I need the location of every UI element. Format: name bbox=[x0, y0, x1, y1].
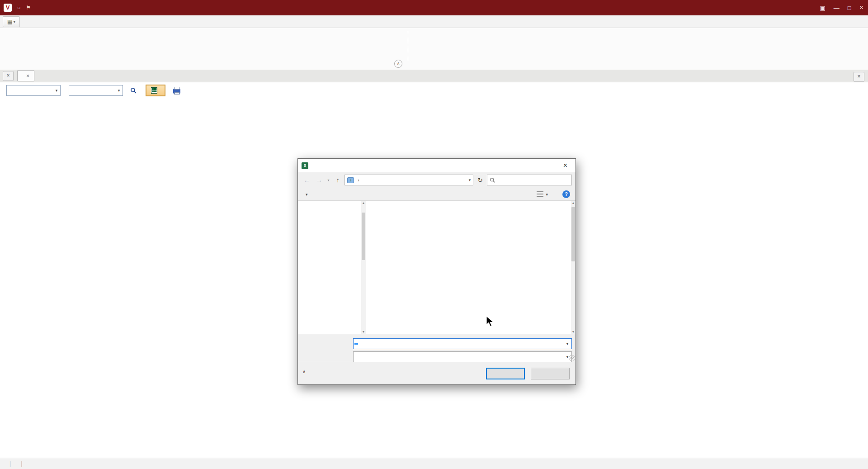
chevron-down-icon[interactable] bbox=[469, 178, 471, 182]
document-tab-active[interactable] bbox=[17, 70, 34, 81]
close-tab-icon[interactable] bbox=[26, 73, 29, 79]
ribbon-separator bbox=[408, 31, 408, 61]
to-date-input[interactable] bbox=[69, 87, 114, 94]
forward-icon[interactable] bbox=[314, 176, 325, 184]
from-date-input[interactable] bbox=[7, 87, 52, 94]
save-button[interactable] bbox=[486, 368, 525, 379]
chevron-down-icon bbox=[546, 191, 548, 197]
export-excel-dialog: ▲ ▼ ▲ ▼ bbox=[297, 158, 576, 385]
titlebar: V ○ ⚑ bbox=[0, 0, 868, 15]
resize-grip[interactable] bbox=[569, 355, 575, 361]
excel-icon bbox=[302, 162, 308, 169]
save-type-row bbox=[298, 351, 576, 362]
app-logo-icon: V bbox=[4, 4, 12, 12]
filter-toolbar bbox=[0, 82, 868, 99]
tree-pane: ▲ ▼ bbox=[298, 201, 366, 334]
fit-screen-button[interactable] bbox=[820, 5, 826, 11]
dialog-footer bbox=[298, 362, 576, 384]
printer-icon bbox=[173, 89, 180, 94]
chevron-down-icon[interactable] bbox=[563, 339, 571, 349]
chevron-down-icon[interactable] bbox=[53, 88, 60, 93]
application-window: V ○ ⚑ bbox=[0, 0, 868, 469]
statusbar-version bbox=[5, 460, 16, 467]
view-mode-button[interactable] bbox=[537, 191, 548, 197]
view-button[interactable] bbox=[130, 87, 139, 94]
window-title bbox=[0, 0, 868, 15]
tree-scrollbar[interactable]: ▲ ▼ bbox=[361, 201, 366, 334]
chevron-icon bbox=[358, 178, 359, 183]
close-button[interactable] bbox=[859, 4, 863, 12]
dialog-body: ▲ ▼ ▲ ▼ bbox=[298, 200, 576, 334]
search-icon bbox=[130, 87, 137, 94]
dialog-close-icon[interactable] bbox=[555, 159, 576, 172]
dialog-navbar bbox=[298, 172, 576, 188]
print-list-button[interactable] bbox=[173, 87, 184, 94]
list-scrollbar[interactable]: ▲ ▼ bbox=[571, 201, 576, 334]
from-date-combo[interactable] bbox=[6, 85, 61, 96]
to-date-combo[interactable] bbox=[69, 85, 123, 96]
export-excel-button[interactable] bbox=[146, 85, 165, 96]
report-title bbox=[0, 99, 5, 110]
chevron-down-icon[interactable] bbox=[115, 88, 123, 93]
pin-icon[interactable]: ⚑ bbox=[26, 5, 31, 11]
search-box[interactable] bbox=[487, 175, 572, 185]
chevron-down-icon bbox=[306, 191, 308, 197]
close-tabstrip-button[interactable] bbox=[854, 72, 864, 82]
dialog-titlebar[interactable] bbox=[298, 159, 576, 172]
dialog-command-bar bbox=[298, 188, 576, 200]
ribbon-collapse-icon[interactable] bbox=[394, 60, 402, 68]
file-list-pane: ▲ ▼ bbox=[366, 201, 576, 334]
save-type-combo[interactable] bbox=[353, 351, 572, 362]
back-icon[interactable] bbox=[302, 176, 312, 184]
statusbar bbox=[0, 458, 868, 469]
refresh-icon[interactable] bbox=[475, 177, 486, 184]
chevron-up-icon bbox=[302, 369, 306, 374]
close-all-tabs-button[interactable] bbox=[3, 71, 14, 81]
help-icon[interactable] bbox=[562, 190, 570, 198]
search-icon bbox=[490, 177, 495, 183]
folder-icon bbox=[347, 177, 354, 183]
address-bar[interactable] bbox=[344, 175, 473, 185]
file-name-row bbox=[298, 338, 576, 349]
hide-folders-button[interactable] bbox=[302, 369, 308, 374]
recent-locations-icon[interactable] bbox=[326, 178, 331, 182]
file-name-combo[interactable] bbox=[353, 338, 572, 349]
file-name-value[interactable] bbox=[354, 343, 358, 345]
list-view-icon bbox=[537, 191, 543, 197]
cancel-button[interactable] bbox=[531, 368, 570, 379]
document-tabbar bbox=[0, 70, 868, 82]
maximize-button[interactable] bbox=[848, 5, 851, 11]
up-icon[interactable] bbox=[332, 176, 343, 184]
ribbon-tabstrip bbox=[0, 15, 868, 28]
organize-button[interactable] bbox=[303, 191, 308, 197]
ribbon-buttons bbox=[0, 28, 868, 30]
excel-grid-icon bbox=[151, 87, 157, 94]
minimize-button[interactable] bbox=[834, 5, 840, 11]
statusbar-date bbox=[16, 460, 27, 467]
search-input[interactable] bbox=[497, 176, 569, 184]
ribbon bbox=[0, 28, 868, 70]
app-menu-button[interactable] bbox=[3, 16, 20, 27]
theme-icon[interactable]: ○ bbox=[17, 5, 20, 11]
